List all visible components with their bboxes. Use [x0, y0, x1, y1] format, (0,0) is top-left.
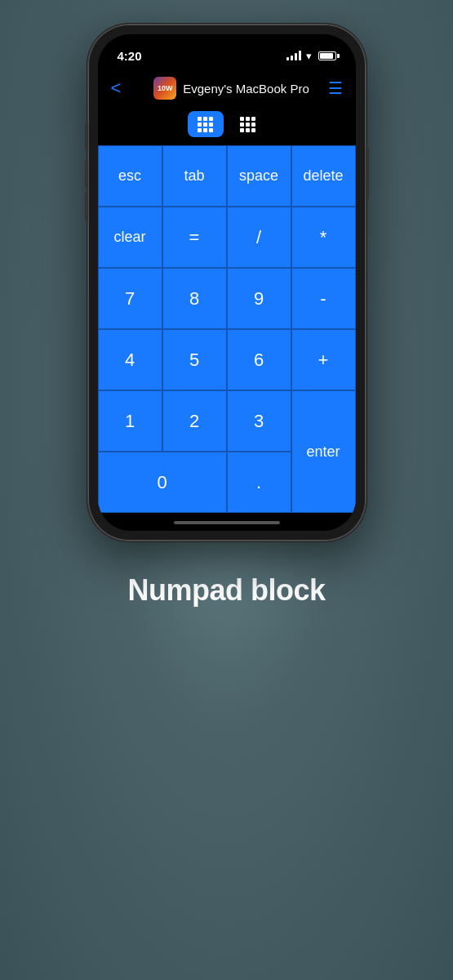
key-0[interactable]: 0 — [98, 452, 227, 513]
nav-title: Evgeny's MacBook Pro — [183, 82, 309, 96]
tab-bar — [98, 106, 356, 145]
status-bar: 4:20 ▾ — [98, 34, 356, 70]
page-wrapper: 4:20 ▾ < 10W Evgeny's MacBook Pro — [0, 0, 453, 980]
key-minus[interactable]: - — [291, 268, 356, 329]
status-time: 4:20 — [118, 49, 142, 63]
key-7[interactable]: 7 — [98, 268, 162, 329]
page-title: Numpad block — [127, 573, 325, 608]
key-esc[interactable]: esc — [98, 145, 162, 207]
key-dot[interactable]: . — [227, 452, 291, 513]
key-delete[interactable]: delete — [291, 145, 356, 207]
key-3[interactable]: 3 — [227, 390, 291, 452]
key-4[interactable]: 4 — [98, 329, 162, 390]
key-enter[interactable]: enter — [291, 390, 356, 513]
tab-alt[interactable] — [230, 111, 266, 137]
menu-button[interactable]: ☰ — [328, 78, 343, 98]
app-icon: 10W — [153, 77, 176, 100]
nav-bar: < 10W Evgeny's MacBook Pro ☰ — [98, 70, 356, 106]
back-button[interactable]: < — [111, 78, 135, 99]
key-space[interactable]: space — [227, 145, 291, 207]
status-icons: ▾ — [286, 50, 336, 62]
tab-numpad[interactable] — [188, 111, 224, 137]
nav-center: 10W Evgeny's MacBook Pro — [144, 77, 320, 100]
key-plus[interactable]: + — [291, 329, 356, 390]
numpad-icon — [198, 117, 213, 132]
key-multiply[interactable]: * — [291, 207, 356, 268]
phone-screen: 4:20 ▾ < 10W Evgeny's MacBook Pro — [98, 34, 356, 531]
keypad: esc tab space delete clear = — [98, 145, 356, 513]
key-clear[interactable]: clear — [98, 207, 162, 268]
bottom-label: Numpad block — [127, 573, 325, 608]
alt-icon — [240, 117, 255, 132]
phone-frame: 4:20 ▾ < 10W Evgeny's MacBook Pro — [88, 24, 366, 541]
key-8[interactable]: 8 — [162, 268, 227, 329]
key-1[interactable]: 1 — [98, 390, 162, 452]
key-2[interactable]: 2 — [162, 390, 227, 452]
key-divide[interactable]: / — [227, 207, 291, 268]
key-5[interactable]: 5 — [162, 329, 227, 390]
key-equals[interactable]: = — [162, 207, 227, 268]
wifi-icon: ▾ — [306, 50, 312, 62]
home-bar — [174, 521, 280, 524]
key-tab[interactable]: tab — [162, 145, 227, 207]
key-9[interactable]: 9 — [227, 268, 291, 329]
battery-icon — [318, 51, 336, 60]
home-indicator — [98, 513, 356, 531]
signal-icon — [286, 51, 301, 60]
key-6[interactable]: 6 — [227, 329, 291, 390]
